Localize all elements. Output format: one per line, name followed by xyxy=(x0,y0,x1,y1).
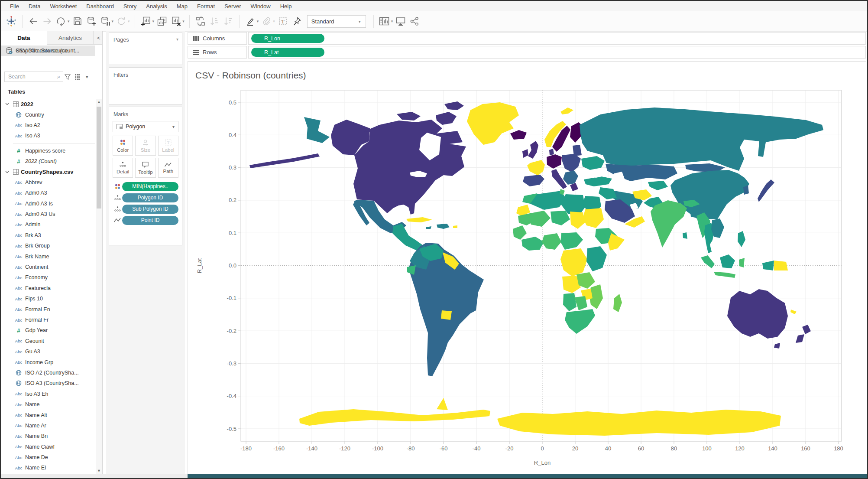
menu-server[interactable]: Server xyxy=(220,3,246,10)
mark-type-dropdown[interactable]: Polygon ▾ xyxy=(113,121,178,132)
field-iso-a2[interactable]: AbcIso A2 xyxy=(1,120,95,130)
field-brk-a3[interactable]: AbcBrk A3 xyxy=(1,230,95,241)
clear-sheet-icon[interactable] xyxy=(170,15,182,28)
field-iso-a3[interactable]: AbcIso A3 xyxy=(1,130,95,141)
arrow-back-icon[interactable] xyxy=(27,15,39,28)
marks-button-path[interactable]: Path xyxy=(158,158,178,178)
field-adm0-a3-us[interactable]: AbcAdm0 A3 Us xyxy=(1,209,95,219)
chevron-down-icon[interactable] xyxy=(3,171,10,173)
marks-button-size[interactable]: Size xyxy=(135,136,155,156)
table-header-countryshapes-csv[interactable]: CountryShapes.csv xyxy=(1,166,95,177)
marks-pill-point-id[interactable]: Point ID xyxy=(122,216,178,225)
marks-button-color[interactable]: Color xyxy=(113,136,133,156)
sort-ascending-icon[interactable] xyxy=(208,15,220,28)
redo-caret-icon[interactable]: ▾ xyxy=(68,19,70,23)
field-geounit[interactable]: AbcGeounit xyxy=(1,336,95,346)
save-icon[interactable] xyxy=(71,15,84,28)
menu-format[interactable]: Format xyxy=(192,3,220,10)
map-region-antarctica-east[interactable] xyxy=(497,410,781,436)
field-gdp-year[interactable]: #Gdp Year xyxy=(1,325,95,336)
share-icon[interactable] xyxy=(408,15,421,28)
field-economy[interactable]: AbcEconomy xyxy=(1,272,95,283)
menu-dashboard[interactable]: Dashboard xyxy=(81,3,119,10)
map-region-paraguay[interactable] xyxy=(441,310,452,320)
menu-file[interactable]: File xyxy=(5,3,24,10)
field-adm0-a3[interactable]: AbcAdm0 A3 xyxy=(1,188,95,198)
scrollbar-thumb[interactable] xyxy=(97,107,101,209)
marks-button-label[interactable]: TLabel xyxy=(158,136,178,156)
tableau-logo-icon[interactable] xyxy=(5,15,17,28)
highlight-caret-icon[interactable]: ▾ xyxy=(257,19,259,23)
scroll-up-icon[interactable]: ▲ xyxy=(96,99,102,105)
field-abbrev[interactable]: AbcAbbrev xyxy=(1,177,95,188)
field-iso-a3-eh[interactable]: AbcIso A3 Eh xyxy=(1,389,95,399)
scroll-down-icon[interactable]: ▼ xyxy=(96,468,102,474)
sidebar-scrollbar[interactable]: ▲ ▼ xyxy=(96,99,102,474)
arrow-forward-icon[interactable] xyxy=(41,15,53,28)
map-region-papua-new-guinea[interactable] xyxy=(774,261,788,270)
field-happiness-score[interactable]: #Happiness score xyxy=(1,146,95,156)
search-input-box[interactable] xyxy=(4,72,63,82)
field-brk-name[interactable]: AbcBrk Name xyxy=(1,251,95,261)
field-2022-count-[interactable]: #2022 (Count) xyxy=(1,156,95,166)
map-region-puerto-rico[interactable] xyxy=(453,225,457,228)
rows-shelf-area[interactable]: R_Lat xyxy=(248,46,866,59)
refresh-icon[interactable] xyxy=(115,15,127,28)
field-name-alt[interactable]: AbcName Alt xyxy=(1,410,95,420)
new-worksheet-caret-icon[interactable]: ▾ xyxy=(152,19,155,23)
field-income-grp[interactable]: AbcIncome Grp xyxy=(1,357,95,367)
table-header-2022[interactable]: 2022 xyxy=(1,99,95,109)
fit-select[interactable]: Standard▾ xyxy=(307,15,366,28)
marks-pill-sub-polygon-id[interactable]: Sub Polygon ID xyxy=(122,205,178,214)
marks-pill-min-happines-[interactable]: MIN(Happines.. xyxy=(122,182,178,191)
pages-card-menu-icon[interactable]: ▾ xyxy=(176,37,178,42)
field-brk-group[interactable]: AbcBrk Group xyxy=(1,241,95,251)
field-formal-en[interactable]: AbcFormal En xyxy=(1,304,95,314)
tab-data[interactable]: Data xyxy=(1,31,47,45)
data-source-1[interactable]: Shapefile data source xyxy=(1,46,95,56)
field-adm0-a3-is[interactable]: AbcAdm0 A3 Is xyxy=(1,199,95,209)
swap-rows-columns-icon[interactable] xyxy=(194,15,207,28)
field-fips-10[interactable]: AbcFips 10 xyxy=(1,293,95,304)
sort-descending-icon[interactable] xyxy=(222,15,234,28)
map-region-bangladesh[interactable] xyxy=(690,212,696,218)
menu-worksheet[interactable]: Worksheet xyxy=(45,3,81,10)
duplicate-sheet-icon[interactable] xyxy=(156,15,168,28)
redo-icon[interactable] xyxy=(55,15,67,28)
clear-sheet-caret-icon[interactable]: ▾ xyxy=(182,19,185,23)
field-name-bn[interactable]: AbcName Bn xyxy=(1,431,95,441)
tab-analytics[interactable]: Analytics xyxy=(47,31,94,44)
field-country[interactable]: Country xyxy=(1,109,95,120)
menu-analysis[interactable]: Analysis xyxy=(141,3,172,10)
presentation-mode-icon[interactable] xyxy=(395,15,407,28)
menu-data[interactable]: Data xyxy=(24,3,45,10)
field-name[interactable]: AbcName xyxy=(1,399,95,410)
field-iso-a2-countrysha-[interactable]: ISO A2 (CountrySha... xyxy=(1,368,95,378)
pill-r-lat[interactable]: R_Lat xyxy=(251,48,324,57)
filter-funnel-icon[interactable] xyxy=(65,74,71,80)
field-featurecla[interactable]: AbcFeaturecla xyxy=(1,283,95,293)
marks-pill-polygon-id[interactable]: Polygon ID xyxy=(122,193,178,202)
new-worksheet-icon[interactable] xyxy=(140,15,152,28)
field-name-el[interactable]: AbcName El xyxy=(1,463,95,473)
field-admin[interactable]: AbcAdmin xyxy=(1,219,95,230)
menu-story[interactable]: Story xyxy=(119,3,141,10)
show-me-caret-icon[interactable]: ▾ xyxy=(391,19,393,23)
view-options-caret-icon[interactable]: ▾ xyxy=(86,75,88,79)
show-me-icon[interactable] xyxy=(379,15,391,28)
field-gu-a3[interactable]: AbcGu A3 xyxy=(1,346,95,357)
menu-map[interactable]: Map xyxy=(172,3,192,10)
menu-help[interactable]: Help xyxy=(275,3,297,10)
field-formal-fr[interactable]: AbcFormal Fr xyxy=(1,315,95,325)
pause-updates-caret-icon[interactable]: ▾ xyxy=(112,19,114,23)
pin-icon[interactable] xyxy=(291,15,303,28)
text-label-icon[interactable]: T xyxy=(277,15,289,28)
field-name-de[interactable]: AbcName De xyxy=(1,452,95,463)
menu-window[interactable]: Window xyxy=(246,3,275,10)
highlight-icon[interactable] xyxy=(244,15,256,28)
paperclip-caret-icon[interactable]: ▾ xyxy=(273,19,275,23)
pause-updates-icon[interactable] xyxy=(99,15,111,28)
field-name-ar[interactable]: AbcName Ar xyxy=(1,420,95,431)
field-name-ciawf[interactable]: AbcName Ciawf xyxy=(1,442,95,452)
field-iso-a3-countrysha-[interactable]: ISO A3 (CountrySha... xyxy=(1,378,95,388)
